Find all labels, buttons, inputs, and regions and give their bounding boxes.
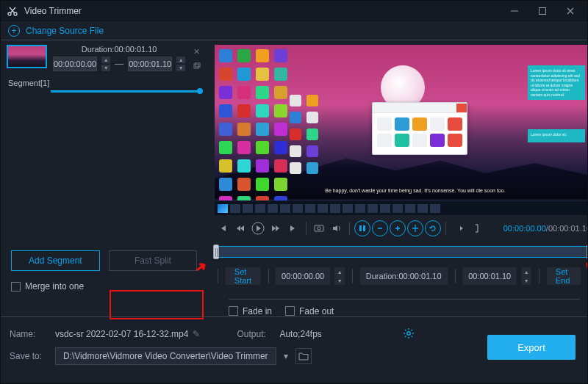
- set-start-button[interactable]: Set Start: [226, 267, 261, 285]
- wallpaper-caption: Be happy, don't waste your time being sa…: [325, 188, 505, 193]
- preview-panel: Lorem ipsum dolor sit amet consectetur a…: [207, 40, 588, 291]
- next-mark-button[interactable]: [285, 220, 301, 236]
- segment-thumbnail[interactable]: [7, 45, 47, 68]
- step-fwd-button[interactable]: [268, 220, 284, 236]
- close-button[interactable]: [559, 4, 581, 18]
- main-area: Duration:00:00:01.10 00:00:00.00 ▲▼ — 00…: [1, 40, 587, 291]
- save-path-input[interactable]: D:\Vidmore\Vidmore Video Converter\Video…: [55, 347, 276, 365]
- prev-mark-button[interactable]: [215, 220, 231, 236]
- left-buttons: Add Segment Fast Split: [1, 244, 207, 277]
- fade-in-label: Fade in: [243, 306, 272, 316]
- segment-start-input[interactable]: 00:00:00.00: [53, 57, 97, 71]
- svg-rect-3: [539, 7, 546, 14]
- plus-circle-icon: +: [8, 25, 20, 37]
- trim-start-input[interactable]: 00:00:00.00: [276, 267, 330, 285]
- trim-end-stepper[interactable]: ▲▼: [521, 267, 531, 285]
- undo-button[interactable]: [425, 220, 441, 236]
- segment-end-input[interactable]: 00:00:01.10: [128, 57, 172, 71]
- player-time: 00:00:00.00/00:00:01.10: [503, 224, 588, 233]
- app-window: Video Trimmer + Change Source File Durat…: [0, 0, 588, 384]
- fade-out-checkbox[interactable]: Fade out: [285, 306, 334, 316]
- file-name: vsdc-sr 2022-02-07 16-12-32.mp4 ✎: [55, 329, 200, 339]
- svg-rect-10: [363, 225, 365, 231]
- split-button[interactable]: [407, 220, 423, 236]
- window-title: Video Trimmer: [24, 6, 498, 16]
- zoom-in-button[interactable]: [390, 220, 406, 236]
- segment-progress[interactable]: [51, 90, 200, 93]
- path-dropdown-icon[interactable]: ▾: [284, 351, 288, 361]
- open-folder-button[interactable]: [295, 348, 312, 364]
- fade-out-label: Fade out: [299, 306, 334, 316]
- checkbox-icon: [11, 282, 21, 291]
- change-source-row[interactable]: + Change Source File: [1, 21, 587, 40]
- add-segment-button[interactable]: Add Segment: [11, 250, 100, 271]
- segment-duration: Duration:00:00:01.10: [53, 45, 185, 54]
- fade-row: Fade in Fade out: [229, 299, 580, 316]
- svg-point-0: [8, 12, 11, 15]
- segment-end-stepper[interactable]: ▲▼: [176, 57, 185, 71]
- svg-rect-13: [397, 226, 398, 231]
- segment-label: Segment[1]: [1, 76, 207, 87]
- trim-slider[interactable]: [215, 243, 588, 261]
- name-label: Name:: [10, 329, 48, 339]
- checkbox-icon: [285, 306, 295, 316]
- svg-rect-5: [196, 62, 200, 67]
- svg-rect-4: [194, 64, 198, 68]
- segment-remove-icon[interactable]: ✕: [191, 46, 201, 57]
- video-preview[interactable]: Lorem ipsum dolor sit amet consectetur a…: [215, 45, 588, 215]
- save-label: Save to:: [10, 351, 48, 361]
- settings-gear-icon[interactable]: [403, 327, 415, 341]
- minimize-button[interactable]: [503, 4, 526, 18]
- segment-copy-icon[interactable]: [191, 61, 201, 71]
- bracket-end-button[interactable]: [468, 220, 484, 236]
- output-value: Auto;24fps: [279, 329, 321, 339]
- scissors-icon: [7, 5, 18, 17]
- svg-rect-7: [315, 225, 323, 231]
- export-button[interactable]: Export: [487, 335, 576, 360]
- edit-name-icon[interactable]: ✎: [193, 329, 200, 339]
- segment-side-buttons: ✕: [191, 45, 201, 71]
- trim-start-stepper[interactable]: ▲▼: [334, 267, 345, 285]
- svg-point-8: [318, 227, 320, 230]
- play-button[interactable]: [250, 220, 266, 236]
- step-back-button[interactable]: [232, 220, 248, 236]
- bracket-start-button[interactable]: [451, 220, 467, 236]
- merge-checkbox[interactable]: Merge into one: [11, 281, 197, 291]
- maximize-button[interactable]: [531, 4, 553, 18]
- svg-rect-2: [511, 10, 518, 11]
- titlebar: Video Trimmer: [1, 1, 587, 21]
- svg-rect-11: [378, 228, 382, 229]
- dash-separator: —: [115, 59, 123, 69]
- preview-taskbar: [215, 200, 588, 215]
- change-source-label: Change Source File: [26, 26, 104, 36]
- checkbox-icon: [229, 306, 238, 316]
- svg-point-1: [14, 12, 17, 15]
- svg-point-14: [407, 331, 410, 334]
- segment-controls: Duration:00:00:01.10 00:00:00.00 ▲▼ — 00…: [53, 45, 185, 71]
- trim-handle-left[interactable]: [213, 244, 219, 259]
- mode-a-button[interactable]: [354, 220, 370, 236]
- svg-rect-9: [359, 225, 362, 231]
- trim-end-input[interactable]: 00:00:01.10: [462, 267, 517, 285]
- snapshot-button[interactable]: [311, 220, 327, 236]
- trim-duration: Duration:00:00:01.10: [360, 267, 448, 285]
- segment-time-pair: 00:00:00.00 ▲▼ — 00:00:01.10 ▲▼: [53, 57, 185, 71]
- segment-start-stepper[interactable]: ▲▼: [101, 57, 110, 71]
- sticky-note: Lorem ipsum dolor sit amet consectetur a…: [528, 65, 585, 100]
- segment-row[interactable]: Duration:00:00:01.10 00:00:00.00 ▲▼ — 00…: [1, 40, 207, 76]
- desktop-icons: [219, 49, 289, 211]
- trim-inputs-row: Set Start 00:00:00.00 ▲▼ Duration:00:00:…: [215, 267, 588, 286]
- output-label: Output:: [237, 329, 272, 339]
- preview-popup: [372, 102, 467, 155]
- set-end-button[interactable]: Set End: [547, 267, 581, 285]
- fade-in-checkbox[interactable]: Fade in: [229, 306, 272, 316]
- segments-panel: Duration:00:00:01.10 00:00:00.00 ▲▼ — 00…: [1, 40, 207, 291]
- merge-label: Merge into one: [25, 281, 84, 291]
- player-controls: 00:00:00.00/00:00:01.10: [215, 218, 588, 239]
- sticky-note-2: Lorem ipsum dolor sit.: [528, 129, 585, 142]
- fast-split-button[interactable]: Fast Split: [109, 250, 198, 271]
- zoom-out-button[interactable]: [372, 220, 388, 236]
- volume-button[interactable]: [329, 220, 345, 236]
